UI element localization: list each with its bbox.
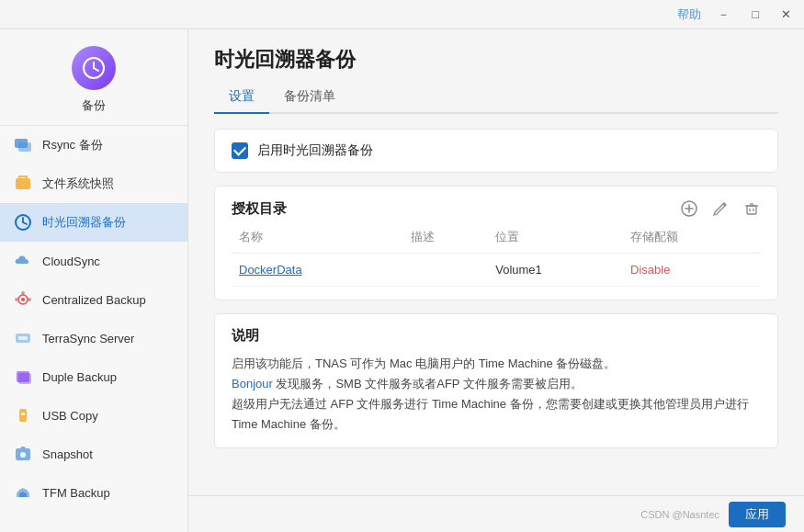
sidebar: 备份 Rsync 备份 bbox=[0, 29, 188, 532]
svg-rect-15 bbox=[18, 336, 28, 340]
sidebar-item-timemachine[interactable]: 时光回溯器备份 bbox=[0, 203, 187, 242]
filesnapshot-icon bbox=[13, 174, 33, 194]
row-desc bbox=[403, 254, 489, 287]
table-header-row: 名称 描述 位置 存储配额 bbox=[232, 225, 761, 254]
maximize-button[interactable]: □ bbox=[746, 6, 764, 23]
main-body: 启用时光回溯器备份 授权目录 bbox=[188, 114, 804, 495]
col-location: 位置 bbox=[488, 225, 623, 254]
main-content: 时光回溯器备份 设置 备份清单 启用时光回溯器备份 授权目录 bbox=[188, 29, 804, 532]
table-row: DockerData Volume1 Disable bbox=[232, 254, 761, 287]
usbcopy-icon bbox=[13, 405, 33, 425]
table-card-header: 授权目录 bbox=[232, 199, 761, 218]
minimize-button[interactable]: － bbox=[712, 5, 735, 25]
svg-rect-4 bbox=[18, 142, 31, 152]
note-card: 说明 启用该功能后，TNAS 可作为 Mac 电脑用户的 Time Machin… bbox=[214, 313, 778, 448]
cloudsync-icon bbox=[13, 251, 33, 271]
col-desc: 描述 bbox=[403, 225, 489, 254]
authorized-dir-table: 名称 描述 位置 存储配额 DockerData Volume1 Disable bbox=[232, 225, 761, 287]
note-title: 说明 bbox=[232, 327, 761, 345]
edit-icon[interactable] bbox=[711, 199, 730, 218]
centralizedbackup-label: Centralized Backup bbox=[42, 293, 146, 307]
terrasync-icon bbox=[13, 328, 33, 348]
tfmbackup-icon bbox=[13, 482, 33, 503]
terrasync-label: TerraSync Server bbox=[42, 332, 134, 345]
page-title: 时光回溯器备份 bbox=[214, 46, 778, 74]
timemachine-icon bbox=[13, 212, 33, 232]
rsync-icon bbox=[13, 135, 33, 155]
bottom-bar: CSDN @Nasntec 应用 bbox=[188, 495, 804, 532]
main-header: 时光回溯器备份 设置 备份清单 bbox=[188, 29, 804, 114]
tfmbackup-label: TFM Backup bbox=[42, 486, 110, 500]
table-card-actions bbox=[680, 199, 761, 218]
apply-button[interactable]: 应用 bbox=[729, 502, 786, 527]
row-quota: Disable bbox=[623, 254, 761, 287]
sidebar-item-filesnapshot[interactable]: 文件系统快照 bbox=[0, 164, 187, 203]
enable-card: 启用时光回溯器备份 bbox=[214, 129, 778, 173]
enable-label: 启用时光回溯器备份 bbox=[257, 142, 373, 159]
svg-line-2 bbox=[94, 68, 98, 71]
sidebar-nav: Rsync 备份 文件系统快照 bbox=[0, 126, 187, 532]
title-bar: 帮助 － □ ✕ bbox=[0, 0, 804, 29]
authorized-dir-title: 授权目录 bbox=[232, 200, 287, 218]
svg-point-11 bbox=[21, 291, 25, 295]
sidebar-app-label: 备份 bbox=[82, 97, 106, 114]
duplebackup-label: Duple Backup bbox=[42, 370, 117, 384]
svg-point-13 bbox=[15, 298, 18, 301]
duplebackup-icon bbox=[13, 367, 33, 387]
svg-rect-5 bbox=[16, 178, 30, 189]
bonjour-text: Bonjour bbox=[232, 377, 273, 391]
sidebar-item-tfmbackup[interactable]: TFM Backup bbox=[0, 473, 187, 512]
app-container: 备份 Rsync 备份 bbox=[0, 29, 804, 532]
authorized-dir-card: 授权目录 bbox=[214, 186, 778, 300]
svg-point-12 bbox=[28, 298, 31, 301]
snapshot-label: Snapshot bbox=[42, 447, 93, 461]
snapshot-icon bbox=[13, 444, 33, 464]
enable-checkbox[interactable] bbox=[232, 142, 248, 159]
tab-settings[interactable]: 设置 bbox=[214, 83, 269, 114]
sidebar-item-cloudsync[interactable]: CloudSync bbox=[0, 242, 187, 280]
note-line-0: 启用该功能后，TNAS 可作为 Mac 电脑用户的 Time Machine 备… bbox=[232, 354, 761, 374]
close-button[interactable]: ✕ bbox=[776, 6, 797, 23]
rsync-label: Rsync 备份 bbox=[42, 137, 103, 153]
svg-line-8 bbox=[23, 222, 27, 224]
enable-row: 启用时光回溯器备份 bbox=[232, 142, 761, 159]
col-name: 名称 bbox=[232, 225, 403, 254]
centralizedbackup-icon bbox=[13, 289, 33, 310]
delete-icon[interactable] bbox=[742, 199, 761, 218]
sidebar-item-usbcopy[interactable]: USB Copy bbox=[0, 396, 187, 435]
tab-list[interactable]: 备份清单 bbox=[269, 83, 350, 114]
sidebar-item-centralizedbackup[interactable]: Centralized Backup bbox=[0, 280, 187, 319]
svg-rect-24 bbox=[747, 206, 756, 214]
row-name[interactable]: DockerData bbox=[232, 254, 403, 287]
cloudsync-label: CloudSync bbox=[42, 255, 100, 268]
sidebar-item-terrasync[interactable]: TerraSync Server bbox=[0, 319, 187, 357]
sidebar-item-duplebackup[interactable]: Duple Backup bbox=[0, 357, 187, 396]
timemachine-label: 时光回溯器备份 bbox=[42, 214, 126, 231]
app-icon bbox=[72, 46, 116, 90]
sidebar-header: 备份 bbox=[0, 29, 187, 126]
title-bar-controls: 帮助 － □ ✕ bbox=[677, 5, 797, 25]
svg-point-19 bbox=[20, 452, 26, 458]
sidebar-item-snapshot[interactable]: Snapshot bbox=[0, 435, 187, 473]
note-line-2: 超级用户无法通过 AFP 文件服务进行 Time Machine 备份，您需要创… bbox=[232, 394, 761, 435]
note-line-1-text: 发现服务，SMB 文件服务或者AFP 文件服务需要被启用。 bbox=[276, 377, 582, 391]
help-button[interactable]: 帮助 bbox=[677, 6, 701, 23]
sidebar-item-rsync[interactable]: Rsync 备份 bbox=[0, 126, 187, 164]
col-quota: 存储配额 bbox=[623, 225, 761, 254]
note-line-1: Bonjour 发现服务，SMB 文件服务或者AFP 文件服务需要被启用。 bbox=[232, 374, 761, 394]
add-icon[interactable] bbox=[680, 199, 698, 218]
svg-point-10 bbox=[21, 298, 25, 301]
svg-rect-17 bbox=[21, 413, 25, 415]
tab-bar: 设置 备份清单 bbox=[214, 83, 778, 114]
row-location: Volume1 bbox=[488, 254, 623, 287]
filesnapshot-label: 文件系统快照 bbox=[42, 175, 114, 192]
usbcopy-label: USB Copy bbox=[42, 409, 98, 423]
watermark: CSDN @Nasntec bbox=[640, 509, 719, 520]
